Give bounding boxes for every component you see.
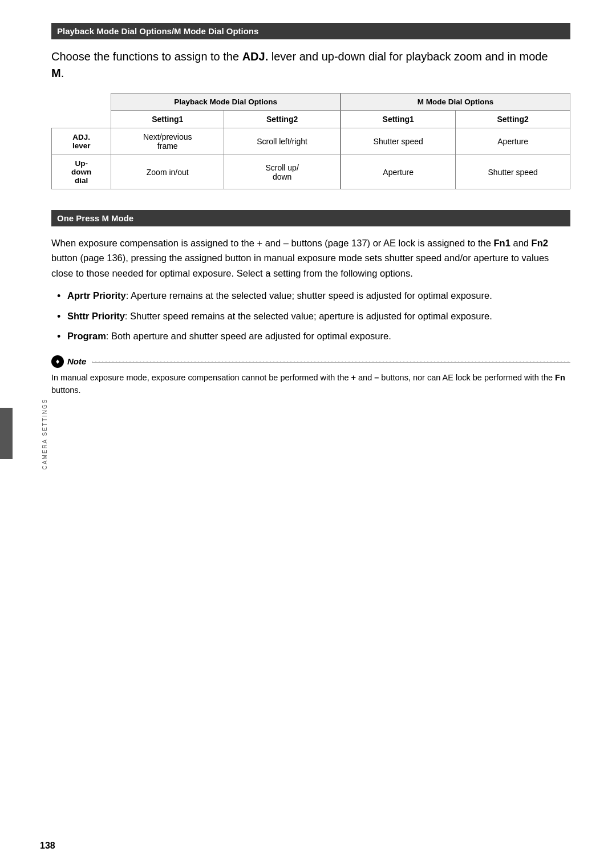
cell-adj-s2: Scroll left/right <box>224 128 341 155</box>
section1-header: Playback Mode Dial Options/M Mode Dial O… <box>51 23 570 39</box>
row-label-adj: ADJ.lever <box>52 128 111 155</box>
group-header-playback: Playback Mode Dial Options <box>111 94 341 111</box>
section2-header: One Press M Mode <box>51 210 570 226</box>
cell-adj-s1: Next/previousframe <box>111 128 224 155</box>
side-label: Camera Settings <box>42 398 48 469</box>
cell-dial-s1: Zoom in/out <box>111 155 224 189</box>
note-line-decoration <box>92 362 570 363</box>
note-text: In manual exposure mode, exposure compen… <box>51 371 570 397</box>
note-label: Note <box>67 356 86 366</box>
section2-body: When exposure compensation is assigned t… <box>51 236 570 281</box>
cell-dial-ms1: Aperture <box>341 155 456 189</box>
note-container: ♦ Note In manual exposure mode, exposure… <box>51 355 570 397</box>
note-icon: ♦ <box>51 355 64 368</box>
cell-adj-ms1: Shutter speed <box>341 128 456 155</box>
group-header-mmode: M Mode Dial Options <box>341 94 570 111</box>
sub-header-m-s1: Setting1 <box>341 111 456 128</box>
bullet-aprtr: Aprtr Priority: Aperture remains at the … <box>57 289 570 303</box>
page-number: 138 <box>40 841 55 851</box>
sub-header-s1: Setting1 <box>111 111 224 128</box>
sidebar-tab <box>0 408 13 459</box>
bullet-shttr: Shttr Priority: Shutter speed remains at… <box>57 309 570 324</box>
row-label-dial: Up-downdial <box>52 155 111 189</box>
table-row: Up-downdial Zoom in/out Scroll up/down A… <box>52 155 570 189</box>
sub-header-s2: Setting2 <box>224 111 341 128</box>
table-row: ADJ.lever Next/previousframe Scroll left… <box>52 128 570 155</box>
sub-header-m-s2: Setting2 <box>456 111 570 128</box>
bullet-list: Aprtr Priority: Aperture remains at the … <box>51 289 570 344</box>
cell-dial-s2: Scroll up/down <box>224 155 341 189</box>
cell-adj-ms2: Aperture <box>456 128 570 155</box>
cell-dial-ms2: Shutter speed <box>456 155 570 189</box>
bullet-program: Program: Both aperture and shutter speed… <box>57 329 570 344</box>
note-header: ♦ Note <box>51 355 570 368</box>
intro-text: Choose the functions to assign to the AD… <box>51 48 570 82</box>
options-table: Playback Mode Dial Options M Mode Dial O… <box>51 93 570 189</box>
